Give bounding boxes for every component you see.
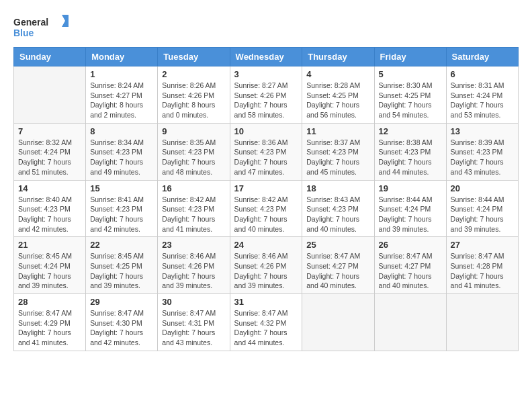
calendar-cell: 23Sunrise: 8:46 AM Sunset: 4:26 PM Dayli… <box>158 237 230 294</box>
day-info: Sunrise: 8:26 AM Sunset: 4:26 PM Dayligh… <box>162 81 225 120</box>
calendar-day-header: Friday <box>374 48 446 66</box>
day-info: Sunrise: 8:45 AM Sunset: 4:25 PM Dayligh… <box>90 251 153 291</box>
calendar-cell: 14Sunrise: 8:40 AM Sunset: 4:23 PM Dayli… <box>14 180 86 237</box>
day-number: 27 <box>451 240 514 250</box>
day-number: 9 <box>162 126 225 136</box>
calendar-day-header: Tuesday <box>158 48 230 66</box>
day-number: 15 <box>90 183 153 193</box>
calendar-cell: 24Sunrise: 8:46 AM Sunset: 4:26 PM Dayli… <box>230 237 302 294</box>
day-number: 14 <box>18 183 81 193</box>
calendar-cell: 30Sunrise: 8:47 AM Sunset: 4:31 PM Dayli… <box>158 294 230 351</box>
day-number: 31 <box>234 297 298 307</box>
day-info: Sunrise: 8:47 AM Sunset: 4:27 PM Dayligh… <box>306 251 369 291</box>
day-number: 6 <box>451 69 514 79</box>
svg-marker-2 <box>62 15 69 27</box>
svg-text:General: General <box>13 17 48 28</box>
day-number: 11 <box>306 126 369 136</box>
day-number: 25 <box>306 240 369 250</box>
day-info: Sunrise: 8:47 AM Sunset: 4:31 PM Dayligh… <box>162 308 225 348</box>
calendar-cell: 25Sunrise: 8:47 AM Sunset: 4:27 PM Dayli… <box>302 237 374 294</box>
day-info: Sunrise: 8:47 AM Sunset: 4:29 PM Dayligh… <box>18 308 81 348</box>
day-number: 21 <box>18 240 81 250</box>
calendar-week-row: 1Sunrise: 8:24 AM Sunset: 4:27 PM Daylig… <box>14 66 519 124</box>
calendar-cell: 9Sunrise: 8:35 AM Sunset: 4:23 PM Daylig… <box>158 123 230 180</box>
day-number: 30 <box>162 297 225 307</box>
calendar-cell: 10Sunrise: 8:36 AM Sunset: 4:23 PM Dayli… <box>230 123 302 180</box>
day-info: Sunrise: 8:28 AM Sunset: 4:25 PM Dayligh… <box>306 81 369 120</box>
day-number: 13 <box>451 126 514 136</box>
day-info: Sunrise: 8:44 AM Sunset: 4:24 PM Dayligh… <box>379 195 442 234</box>
day-number: 18 <box>306 183 369 193</box>
calendar-header-row: SundayMondayTuesdayWednesdayThursdayFrid… <box>14 48 519 66</box>
day-info: Sunrise: 8:38 AM Sunset: 4:23 PM Dayligh… <box>379 138 442 177</box>
calendar-cell: 20Sunrise: 8:44 AM Sunset: 4:24 PM Dayli… <box>446 180 518 237</box>
day-info: Sunrise: 8:44 AM Sunset: 4:24 PM Dayligh… <box>451 195 514 234</box>
calendar-day-header: Monday <box>86 48 158 66</box>
calendar-cell: 4Sunrise: 8:28 AM Sunset: 4:25 PM Daylig… <box>302 66 374 124</box>
calendar-day-header: Saturday <box>446 48 518 66</box>
day-number: 28 <box>18 297 81 307</box>
calendar-cell: 21Sunrise: 8:45 AM Sunset: 4:24 PM Dayli… <box>14 237 86 294</box>
day-info: Sunrise: 8:42 AM Sunset: 4:23 PM Dayligh… <box>234 195 298 234</box>
day-number: 19 <box>379 183 442 193</box>
day-number: 4 <box>306 69 369 79</box>
calendar-cell <box>302 294 374 351</box>
day-number: 7 <box>18 126 81 136</box>
day-number: 3 <box>234 69 298 79</box>
calendar-cell: 29Sunrise: 8:47 AM Sunset: 4:30 PM Dayli… <box>86 294 158 351</box>
day-info: Sunrise: 8:42 AM Sunset: 4:23 PM Dayligh… <box>162 195 225 234</box>
day-info: Sunrise: 8:46 AM Sunset: 4:26 PM Dayligh… <box>234 251 298 291</box>
calendar-cell: 17Sunrise: 8:42 AM Sunset: 4:23 PM Dayli… <box>230 180 302 237</box>
calendar-week-row: 21Sunrise: 8:45 AM Sunset: 4:24 PM Dayli… <box>14 237 519 294</box>
calendar-cell: 15Sunrise: 8:41 AM Sunset: 4:23 PM Dayli… <box>86 180 158 237</box>
day-info: Sunrise: 8:47 AM Sunset: 4:30 PM Dayligh… <box>90 308 153 348</box>
calendar-cell: 3Sunrise: 8:27 AM Sunset: 4:26 PM Daylig… <box>230 66 302 124</box>
calendar-cell: 11Sunrise: 8:37 AM Sunset: 4:23 PM Dayli… <box>302 123 374 180</box>
day-info: Sunrise: 8:40 AM Sunset: 4:23 PM Dayligh… <box>18 195 81 234</box>
page-header: General Blue <box>13 13 519 40</box>
day-number: 22 <box>90 240 153 250</box>
day-info: Sunrise: 8:37 AM Sunset: 4:23 PM Dayligh… <box>306 138 369 177</box>
logo: General Blue <box>13 13 74 40</box>
day-number: 10 <box>234 126 298 136</box>
day-info: Sunrise: 8:41 AM Sunset: 4:23 PM Dayligh… <box>90 195 153 234</box>
day-info: Sunrise: 8:32 AM Sunset: 4:24 PM Dayligh… <box>18 138 81 177</box>
day-number: 2 <box>162 69 225 79</box>
calendar-cell: 26Sunrise: 8:47 AM Sunset: 4:27 PM Dayli… <box>374 237 446 294</box>
calendar-cell: 12Sunrise: 8:38 AM Sunset: 4:23 PM Dayli… <box>374 123 446 180</box>
calendar-cell: 5Sunrise: 8:30 AM Sunset: 4:25 PM Daylig… <box>374 66 446 124</box>
calendar-cell: 18Sunrise: 8:43 AM Sunset: 4:23 PM Dayli… <box>302 180 374 237</box>
calendar-table: SundayMondayTuesdayWednesdayThursdayFrid… <box>13 47 519 351</box>
calendar-cell: 2Sunrise: 8:26 AM Sunset: 4:26 PM Daylig… <box>158 66 230 124</box>
day-info: Sunrise: 8:43 AM Sunset: 4:23 PM Dayligh… <box>306 195 369 234</box>
calendar-cell: 28Sunrise: 8:47 AM Sunset: 4:29 PM Dayli… <box>14 294 86 351</box>
calendar-cell: 8Sunrise: 8:34 AM Sunset: 4:23 PM Daylig… <box>86 123 158 180</box>
calendar-cell: 31Sunrise: 8:47 AM Sunset: 4:32 PM Dayli… <box>230 294 302 351</box>
calendar-day-header: Thursday <box>302 48 374 66</box>
calendar-cell: 27Sunrise: 8:47 AM Sunset: 4:28 PM Dayli… <box>446 237 518 294</box>
calendar-cell: 13Sunrise: 8:39 AM Sunset: 4:23 PM Dayli… <box>446 123 518 180</box>
calendar-day-header: Sunday <box>14 48 86 66</box>
calendar-cell: 6Sunrise: 8:31 AM Sunset: 4:24 PM Daylig… <box>446 66 518 124</box>
calendar-day-header: Wednesday <box>230 48 302 66</box>
calendar-cell: 22Sunrise: 8:45 AM Sunset: 4:25 PM Dayli… <box>86 237 158 294</box>
day-info: Sunrise: 8:46 AM Sunset: 4:26 PM Dayligh… <box>162 251 225 291</box>
day-number: 1 <box>90 69 153 79</box>
day-info: Sunrise: 8:47 AM Sunset: 4:32 PM Dayligh… <box>234 308 298 348</box>
calendar-cell: 19Sunrise: 8:44 AM Sunset: 4:24 PM Dayli… <box>374 180 446 237</box>
calendar-cell: 16Sunrise: 8:42 AM Sunset: 4:23 PM Dayli… <box>158 180 230 237</box>
calendar-week-row: 14Sunrise: 8:40 AM Sunset: 4:23 PM Dayli… <box>14 180 519 237</box>
day-info: Sunrise: 8:39 AM Sunset: 4:23 PM Dayligh… <box>451 138 514 177</box>
day-number: 12 <box>379 126 442 136</box>
day-number: 23 <box>162 240 225 250</box>
day-number: 20 <box>451 183 514 193</box>
day-number: 24 <box>234 240 298 250</box>
calendar-cell <box>14 66 86 124</box>
day-number: 8 <box>90 126 153 136</box>
calendar-cell: 7Sunrise: 8:32 AM Sunset: 4:24 PM Daylig… <box>14 123 86 180</box>
calendar-cell: 1Sunrise: 8:24 AM Sunset: 4:27 PM Daylig… <box>86 66 158 124</box>
calendar-cell <box>374 294 446 351</box>
day-number: 29 <box>90 297 153 307</box>
calendar-week-row: 28Sunrise: 8:47 AM Sunset: 4:29 PM Dayli… <box>14 294 519 351</box>
day-info: Sunrise: 8:24 AM Sunset: 4:27 PM Dayligh… <box>90 81 153 120</box>
